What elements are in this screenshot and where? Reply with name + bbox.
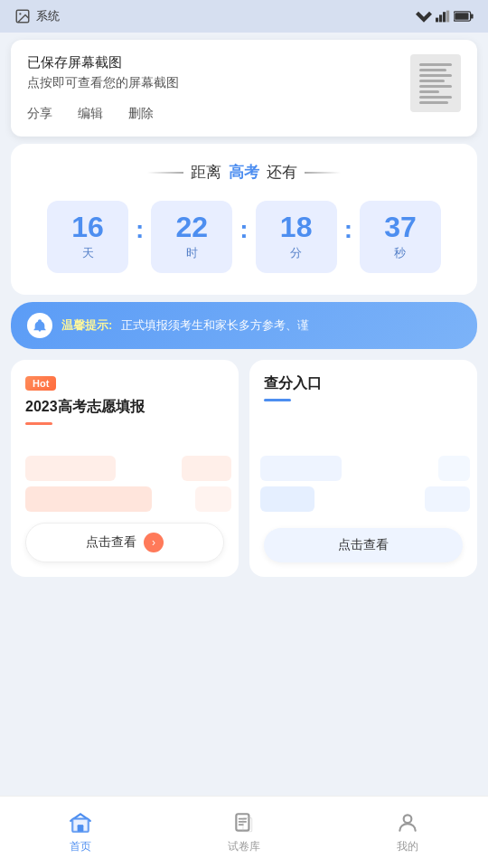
nav-profile[interactable]: 我的 [395, 810, 420, 854]
papers-icon [231, 810, 257, 835]
status-bar: 系统 [0, 0, 488, 33]
deco-bar-4 [182, 456, 231, 481]
notification-actions: 分享 编辑 删除 [27, 106, 179, 122]
card-right-btn-label: 点击查看 [338, 537, 389, 553]
deco-right-2 [260, 456, 342, 481]
svg-rect-6 [446, 11, 449, 23]
svg-point-1 [19, 13, 21, 14]
left-divider [147, 172, 183, 174]
card-left-title: 2023高考志愿填报 [25, 398, 224, 417]
deco-bar-1 [25, 486, 152, 512]
card-left-accent [25, 422, 52, 425]
deco-right-3 [425, 486, 470, 512]
deco-bar-3 [195, 486, 231, 512]
card-gaokao-volunteer: Hot 2023高考志愿填报 点击查看 › [11, 360, 239, 577]
app-container: 距离高考还有 16 天 : 22 时 : 18 分 : 37 秒 [0, 144, 488, 577]
notification-title: 已保存屏幕截图 [27, 54, 179, 71]
delete-action[interactable]: 删除 [128, 106, 154, 122]
countdown-days: 16 天 [47, 201, 128, 273]
edit-action[interactable]: 编辑 [78, 106, 103, 122]
nav-papers[interactable]: 试卷库 [228, 810, 260, 854]
countdown-seconds: 37 秒 [360, 201, 441, 273]
nav-profile-label: 我的 [397, 839, 418, 854]
hours-unit: 时 [186, 245, 198, 261]
bell-icon [33, 318, 47, 333]
card-right-accent [264, 399, 291, 401]
screenshot-thumbnail[interactable] [410, 54, 461, 112]
svg-marker-2 [416, 12, 432, 23]
days-unit: 天 [82, 245, 94, 261]
seconds-unit: 秒 [394, 245, 406, 261]
countdown-hours: 22 时 [151, 201, 232, 273]
svg-rect-8 [471, 14, 474, 18]
nav-home[interactable]: 首页 [68, 810, 93, 854]
wifi-icon [416, 10, 432, 23]
arrow-icon: › [144, 533, 164, 552]
signal-icon [436, 10, 450, 23]
bottom-nav: 首页 试卷库 我的 [0, 796, 488, 868]
status-left: 系统 [14, 8, 60, 24]
sep-1: : [136, 215, 144, 259]
days-value: 16 [71, 212, 104, 241]
card-right-decorations [249, 439, 477, 530]
svg-rect-4 [439, 14, 442, 22]
svg-rect-3 [436, 18, 438, 23]
card-left-decorations [11, 439, 239, 530]
minutes-unit: 分 [290, 245, 302, 261]
notice-banner: 温馨提示: 正式填报须考生和家长多方参考、谨 [11, 302, 477, 349]
image-icon [14, 8, 31, 24]
countdown-section: 距离高考还有 16 天 : 22 时 : 18 分 : 37 秒 [11, 144, 477, 295]
right-divider [305, 172, 341, 174]
nav-home-label: 首页 [70, 839, 91, 854]
card-score-query: 查分入口 点击查看 [249, 360, 477, 577]
card-right-btn[interactable]: 点击查看 [264, 528, 463, 562]
svg-rect-5 [443, 12, 446, 22]
svg-rect-9 [455, 13, 468, 20]
minutes-value: 18 [280, 212, 313, 241]
home-icon [68, 810, 93, 835]
notice-label: 温馨提示: [61, 317, 112, 334]
hours-value: 22 [176, 212, 209, 241]
notification-content: 已保存屏幕截图 点按即可查看您的屏幕截图 分享 编辑 删除 [27, 54, 179, 122]
share-action[interactable]: 分享 [27, 106, 52, 122]
title-highlight: 高考 [229, 162, 259, 183]
deco-right-4 [438, 456, 470, 481]
svg-rect-18 [243, 818, 252, 832]
deco-bar-2 [25, 456, 116, 481]
countdown-title: 距离高考还有 [25, 162, 463, 183]
sep-2: : [239, 215, 248, 259]
status-right [416, 10, 474, 23]
card-left-btn-label: 点击查看 [86, 534, 136, 551]
countdown-minutes: 18 分 [256, 201, 337, 273]
sep-3: : [344, 215, 352, 259]
svg-point-19 [404, 815, 412, 823]
notice-text: 正式填报须考生和家长多方参考、谨 [121, 317, 309, 334]
card-left-btn[interactable]: 点击查看 › [25, 523, 224, 562]
card-right-title: 查分入口 [264, 374, 463, 393]
app-name-label: 系统 [36, 8, 60, 24]
cards-row: Hot 2023高考志愿填报 点击查看 › 查分入口 [11, 360, 477, 577]
notification-card: 已保存屏幕截图 点按即可查看您的屏幕截图 分享 编辑 删除 [11, 40, 477, 137]
profile-icon [395, 810, 420, 835]
deco-right-1 [260, 486, 314, 512]
bell-icon-container [27, 313, 52, 338]
nav-papers-label: 试卷库 [228, 839, 260, 854]
notification-subtitle: 点按即可查看您的屏幕截图 [27, 75, 179, 91]
hot-badge: Hot [25, 376, 56, 391]
title-prefix: 距离 [191, 162, 221, 183]
title-suffix: 还有 [267, 162, 297, 183]
countdown-row: 16 天 : 22 时 : 18 分 : 37 秒 [25, 201, 463, 273]
svg-rect-13 [77, 825, 83, 832]
seconds-value: 37 [384, 212, 417, 241]
battery-icon [454, 10, 474, 23]
